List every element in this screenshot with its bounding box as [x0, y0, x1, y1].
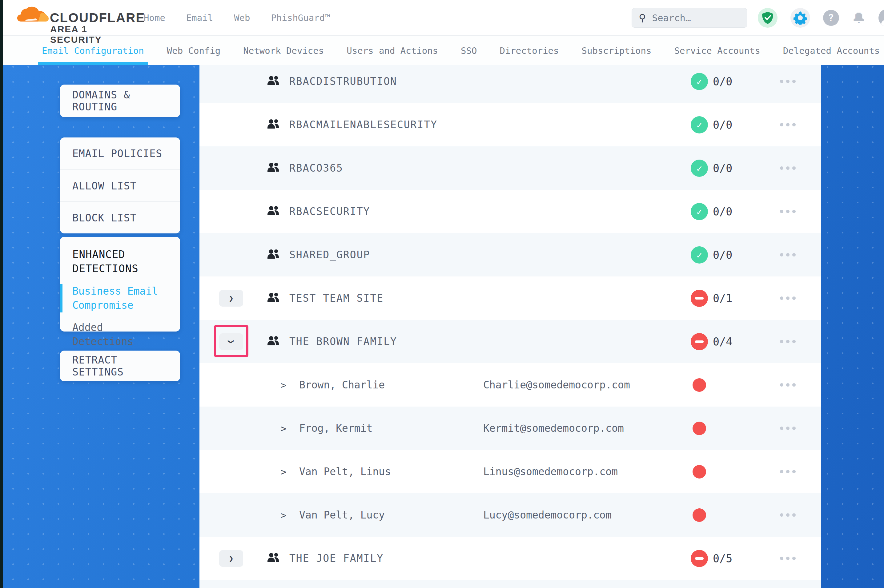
member-email: Charlie@somedemocorp.com — [483, 363, 630, 406]
group-icon — [266, 291, 281, 305]
member-email: Lucy@somedemocorp.com — [483, 493, 612, 537]
status-pass-badge: ✓ — [691, 73, 708, 90]
tab-network-devices[interactable]: Network Devices — [241, 36, 326, 65]
expand-group-button[interactable]: ❯ — [219, 290, 243, 307]
group-icon — [266, 117, 281, 132]
top-header: CLOUDFLARE AREA 1 SECURITY HomeEmailWebP… — [0, 0, 884, 36]
expand-group-button[interactable]: ❯ — [219, 550, 243, 567]
search-input[interactable] — [652, 13, 732, 23]
tab-users-and-actions[interactable]: Users and Actions — [345, 36, 440, 65]
help-icon[interactable]: ? — [823, 10, 839, 26]
sidebar-item-domains-routing[interactable]: DOMAINS & ROUTING — [60, 85, 180, 117]
status-pass-badge: ✓ — [691, 246, 708, 264]
group-icon — [266, 247, 281, 262]
status-blocked-badge — [691, 333, 708, 350]
row-menu-ellipsis-icon[interactable] — [774, 190, 801, 233]
notifications-bell-icon[interactable]: 🔔︎ — [852, 10, 866, 26]
group-icon — [266, 74, 281, 88]
sidebar-card-policies: EMAIL POLICIESALLOW LISTBLOCK LIST — [60, 138, 180, 233]
status-dot-red — [693, 422, 706, 435]
row-menu-ellipsis-icon[interactable] — [774, 276, 801, 320]
status-blocked-badge — [691, 290, 708, 307]
sidebar-item-email-policies[interactable]: EMAIL POLICIES — [60, 138, 180, 170]
group-name: THE JOE FAMILY — [289, 537, 383, 580]
cloudflare-logo[interactable]: CLOUDFLARE AREA 1 SECURITY — [16, 4, 121, 33]
group-row: ❯THE JOE FAMILY0/5 — [200, 537, 821, 580]
member-count: 0/0 — [713, 190, 732, 233]
row-menu-ellipsis-icon[interactable] — [774, 406, 801, 450]
group-row: ❯TEST TEAM SITE0/1 — [200, 276, 821, 320]
row-menu-ellipsis-icon[interactable] — [774, 450, 801, 493]
content-panel: RBACDISTRUBUTION✓0/0RBACMAILENABLESECURI… — [200, 65, 821, 588]
row-menu-ellipsis-icon[interactable] — [774, 320, 801, 363]
group-icon — [266, 160, 281, 175]
top-nav-item-phishguard-[interactable]: PhishGuard™ — [271, 13, 330, 23]
member-count: 0/4 — [713, 320, 732, 363]
row-menu-ellipsis-icon[interactable] — [774, 233, 801, 276]
row-menu-ellipsis-icon[interactable] — [774, 493, 801, 537]
member-name: Brown, Charlie — [299, 363, 385, 406]
chevron-right-icon[interactable]: > — [281, 493, 287, 537]
row-menu-ellipsis-icon[interactable] — [774, 146, 801, 190]
user-avatar-icon[interactable] — [878, 9, 884, 27]
chevron-right-icon[interactable]: > — [281, 450, 287, 493]
tab-sso[interactable]: SSO — [459, 36, 479, 65]
row-menu-ellipsis-icon[interactable] — [774, 65, 801, 103]
group-table: RBACDISTRUBUTION✓0/0RBACMAILENABLESECURI… — [200, 65, 821, 588]
group-row: SHARED_GROUP✓0/0 — [200, 233, 821, 276]
tab-delegated-accounts[interactable]: Delegated Accounts — [781, 36, 881, 65]
sidebar-item-block-list[interactable]: BLOCK LIST — [60, 201, 180, 233]
tab-directories[interactable]: Directories — [498, 36, 561, 65]
collapse-group-button[interactable]: ❯ — [219, 333, 243, 350]
row-menu-ellipsis-icon[interactable] — [774, 537, 801, 580]
sidebar-item-added-detections[interactable]: Added Detections — [72, 321, 168, 349]
member-row: >Van Pelt, LinusLinus@somedemocorp.com — [200, 450, 821, 493]
settings-gear-icon[interactable] — [791, 8, 810, 28]
group-row: RBACO365✓0/0 — [200, 146, 821, 190]
group-row: RBACMAILENABLESECURITY✓0/0 — [200, 103, 821, 146]
row-menu-ellipsis-icon[interactable] — [774, 363, 801, 406]
row-menu-ellipsis-icon[interactable] — [774, 103, 801, 146]
chevron-right-icon[interactable]: > — [281, 363, 287, 406]
header-icon-cluster: ? 🔔︎ — [758, 0, 884, 36]
cloudflare-cloud-icon — [17, 5, 49, 27]
main-area: DOMAINS & ROUTING EMAIL POLICIESALLOW LI… — [0, 65, 884, 588]
top-nav-item-home[interactable]: Home — [144, 13, 165, 23]
sidebar-card-domains: DOMAINS & ROUTING — [60, 85, 180, 117]
member-count: 0/0 — [713, 65, 732, 103]
member-row: >Brown, CharlieCharlie@somedemocorp.com — [200, 363, 821, 406]
member-email: Linus@somedemocorp.com — [483, 450, 618, 493]
sidebar-item-retract-settings[interactable]: RETRACT SETTINGS — [60, 351, 180, 381]
logo-line1: CLOUDFLARE — [50, 10, 145, 25]
member-count: 0/0 — [713, 146, 732, 190]
group-name: RBACMAILENABLESECURITY — [289, 103, 437, 146]
top-nav-item-web[interactable]: Web — [234, 13, 250, 23]
empty-row — [200, 580, 821, 588]
tab-web-config[interactable]: Web Config — [165, 36, 223, 65]
member-row: >Frog, KermitKermit@somedemocorp.com — [200, 406, 821, 450]
group-row: RBACDISTRUBUTION✓0/0 — [200, 65, 821, 103]
group-name: SHARED_GROUP — [289, 233, 370, 276]
chevron-right-icon: ❯ — [229, 554, 234, 563]
group-icon — [266, 551, 281, 566]
chevron-down-icon: ❯ — [227, 339, 236, 344]
top-nav-item-email[interactable]: Email — [186, 13, 213, 23]
search-icon: ⚲ — [639, 12, 646, 24]
sidebar-item-allow-list[interactable]: ALLOW LIST — [60, 170, 180, 201]
member-count: 0/5 — [713, 537, 732, 580]
status-dot-red — [693, 465, 706, 478]
tab-service-accounts[interactable]: Service Accounts — [672, 36, 762, 65]
tab-subscriptions[interactable]: Subscriptions — [580, 36, 654, 65]
group-icon — [266, 334, 281, 349]
group-name: RBACSECURITY — [289, 190, 370, 233]
group-row: ❯THE BROWN FAMILY0/4 — [200, 320, 821, 363]
member-count: 0/0 — [713, 103, 732, 146]
chevron-right-icon[interactable]: > — [281, 406, 287, 450]
status-dot-red — [693, 508, 706, 522]
shield-check-icon[interactable] — [758, 8, 777, 28]
sidebar-enhanced-detections-title: ENHANCED DETECTIONS — [72, 247, 168, 276]
sidebar-item-business-email-compromise[interactable]: Business Email Compromise — [60, 284, 168, 312]
member-count: 0/1 — [713, 276, 732, 320]
member-name: Van Pelt, Linus — [299, 450, 391, 493]
left-edge-strip — [0, 0, 3, 588]
